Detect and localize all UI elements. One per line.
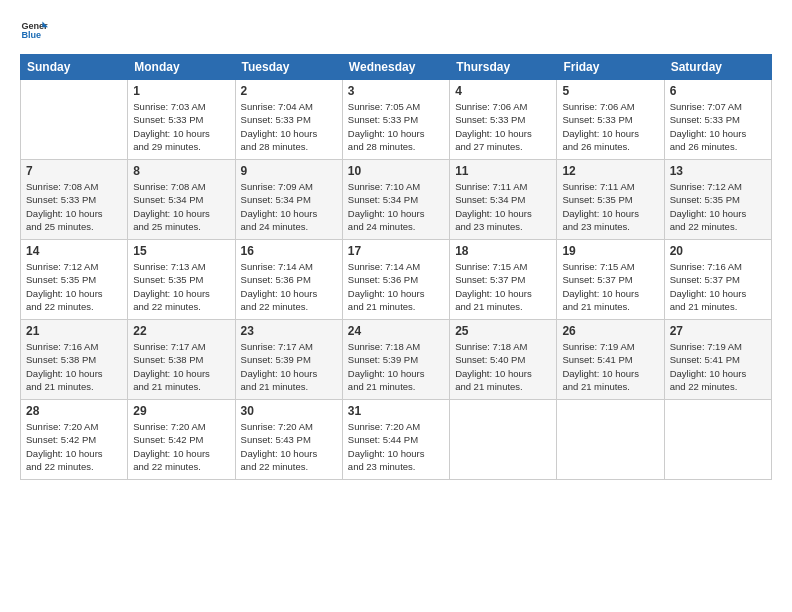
- day-number: 7: [26, 164, 122, 178]
- day-info: Sunrise: 7:16 AM Sunset: 5:37 PM Dayligh…: [670, 260, 766, 313]
- day-info: Sunrise: 7:13 AM Sunset: 5:35 PM Dayligh…: [133, 260, 229, 313]
- day-number: 18: [455, 244, 551, 258]
- day-info: Sunrise: 7:19 AM Sunset: 5:41 PM Dayligh…: [562, 340, 658, 393]
- day-number: 21: [26, 324, 122, 338]
- calendar-cell: [664, 400, 771, 480]
- day-info: Sunrise: 7:18 AM Sunset: 5:39 PM Dayligh…: [348, 340, 444, 393]
- weekday-header-thursday: Thursday: [450, 55, 557, 80]
- week-row-3: 14Sunrise: 7:12 AM Sunset: 5:35 PM Dayli…: [21, 240, 772, 320]
- calendar-cell: 1Sunrise: 7:03 AM Sunset: 5:33 PM Daylig…: [128, 80, 235, 160]
- calendar-cell: 2Sunrise: 7:04 AM Sunset: 5:33 PM Daylig…: [235, 80, 342, 160]
- day-number: 14: [26, 244, 122, 258]
- calendar-cell: 19Sunrise: 7:15 AM Sunset: 5:37 PM Dayli…: [557, 240, 664, 320]
- day-number: 11: [455, 164, 551, 178]
- header: General Blue: [20, 16, 772, 44]
- day-info: Sunrise: 7:12 AM Sunset: 5:35 PM Dayligh…: [26, 260, 122, 313]
- calendar-cell: 7Sunrise: 7:08 AM Sunset: 5:33 PM Daylig…: [21, 160, 128, 240]
- day-number: 23: [241, 324, 337, 338]
- day-number: 10: [348, 164, 444, 178]
- calendar-cell: 12Sunrise: 7:11 AM Sunset: 5:35 PM Dayli…: [557, 160, 664, 240]
- day-info: Sunrise: 7:11 AM Sunset: 5:35 PM Dayligh…: [562, 180, 658, 233]
- day-number: 1: [133, 84, 229, 98]
- calendar-cell: 25Sunrise: 7:18 AM Sunset: 5:40 PM Dayli…: [450, 320, 557, 400]
- day-info: Sunrise: 7:05 AM Sunset: 5:33 PM Dayligh…: [348, 100, 444, 153]
- weekday-header-row: SundayMondayTuesdayWednesdayThursdayFrid…: [21, 55, 772, 80]
- day-info: Sunrise: 7:20 AM Sunset: 5:43 PM Dayligh…: [241, 420, 337, 473]
- day-number: 27: [670, 324, 766, 338]
- calendar-cell: 17Sunrise: 7:14 AM Sunset: 5:36 PM Dayli…: [342, 240, 449, 320]
- day-number: 20: [670, 244, 766, 258]
- day-info: Sunrise: 7:10 AM Sunset: 5:34 PM Dayligh…: [348, 180, 444, 233]
- calendar-cell: 13Sunrise: 7:12 AM Sunset: 5:35 PM Dayli…: [664, 160, 771, 240]
- calendar-cell: 31Sunrise: 7:20 AM Sunset: 5:44 PM Dayli…: [342, 400, 449, 480]
- weekday-header-saturday: Saturday: [664, 55, 771, 80]
- day-number: 31: [348, 404, 444, 418]
- day-number: 29: [133, 404, 229, 418]
- day-number: 6: [670, 84, 766, 98]
- calendar-cell: 15Sunrise: 7:13 AM Sunset: 5:35 PM Dayli…: [128, 240, 235, 320]
- day-number: 3: [348, 84, 444, 98]
- weekday-header-friday: Friday: [557, 55, 664, 80]
- calendar-cell: 21Sunrise: 7:16 AM Sunset: 5:38 PM Dayli…: [21, 320, 128, 400]
- day-number: 26: [562, 324, 658, 338]
- day-info: Sunrise: 7:12 AM Sunset: 5:35 PM Dayligh…: [670, 180, 766, 233]
- logo: General Blue: [20, 16, 50, 44]
- day-info: Sunrise: 7:18 AM Sunset: 5:40 PM Dayligh…: [455, 340, 551, 393]
- calendar-cell: 8Sunrise: 7:08 AM Sunset: 5:34 PM Daylig…: [128, 160, 235, 240]
- day-number: 28: [26, 404, 122, 418]
- calendar-cell: 6Sunrise: 7:07 AM Sunset: 5:33 PM Daylig…: [664, 80, 771, 160]
- day-info: Sunrise: 7:15 AM Sunset: 5:37 PM Dayligh…: [562, 260, 658, 313]
- svg-text:Blue: Blue: [21, 30, 41, 40]
- calendar-cell: [450, 400, 557, 480]
- calendar-cell: 3Sunrise: 7:05 AM Sunset: 5:33 PM Daylig…: [342, 80, 449, 160]
- calendar-cell: 11Sunrise: 7:11 AM Sunset: 5:34 PM Dayli…: [450, 160, 557, 240]
- calendar-cell: [557, 400, 664, 480]
- day-info: Sunrise: 7:06 AM Sunset: 5:33 PM Dayligh…: [562, 100, 658, 153]
- calendar-cell: [21, 80, 128, 160]
- week-row-1: 1Sunrise: 7:03 AM Sunset: 5:33 PM Daylig…: [21, 80, 772, 160]
- calendar-cell: 5Sunrise: 7:06 AM Sunset: 5:33 PM Daylig…: [557, 80, 664, 160]
- day-info: Sunrise: 7:08 AM Sunset: 5:33 PM Dayligh…: [26, 180, 122, 233]
- day-info: Sunrise: 7:03 AM Sunset: 5:33 PM Dayligh…: [133, 100, 229, 153]
- week-row-2: 7Sunrise: 7:08 AM Sunset: 5:33 PM Daylig…: [21, 160, 772, 240]
- day-number: 5: [562, 84, 658, 98]
- day-number: 9: [241, 164, 337, 178]
- day-info: Sunrise: 7:17 AM Sunset: 5:38 PM Dayligh…: [133, 340, 229, 393]
- weekday-header-sunday: Sunday: [21, 55, 128, 80]
- calendar-cell: 30Sunrise: 7:20 AM Sunset: 5:43 PM Dayli…: [235, 400, 342, 480]
- day-info: Sunrise: 7:09 AM Sunset: 5:34 PM Dayligh…: [241, 180, 337, 233]
- calendar-cell: 22Sunrise: 7:17 AM Sunset: 5:38 PM Dayli…: [128, 320, 235, 400]
- day-info: Sunrise: 7:17 AM Sunset: 5:39 PM Dayligh…: [241, 340, 337, 393]
- day-info: Sunrise: 7:19 AM Sunset: 5:41 PM Dayligh…: [670, 340, 766, 393]
- calendar-cell: 9Sunrise: 7:09 AM Sunset: 5:34 PM Daylig…: [235, 160, 342, 240]
- weekday-header-monday: Monday: [128, 55, 235, 80]
- day-number: 4: [455, 84, 551, 98]
- day-info: Sunrise: 7:08 AM Sunset: 5:34 PM Dayligh…: [133, 180, 229, 233]
- weekday-header-wednesday: Wednesday: [342, 55, 449, 80]
- calendar-cell: 29Sunrise: 7:20 AM Sunset: 5:42 PM Dayli…: [128, 400, 235, 480]
- calendar-cell: 24Sunrise: 7:18 AM Sunset: 5:39 PM Dayli…: [342, 320, 449, 400]
- day-number: 13: [670, 164, 766, 178]
- day-info: Sunrise: 7:11 AM Sunset: 5:34 PM Dayligh…: [455, 180, 551, 233]
- day-info: Sunrise: 7:20 AM Sunset: 5:44 PM Dayligh…: [348, 420, 444, 473]
- calendar-cell: 4Sunrise: 7:06 AM Sunset: 5:33 PM Daylig…: [450, 80, 557, 160]
- day-info: Sunrise: 7:14 AM Sunset: 5:36 PM Dayligh…: [348, 260, 444, 313]
- day-info: Sunrise: 7:06 AM Sunset: 5:33 PM Dayligh…: [455, 100, 551, 153]
- calendar-cell: 23Sunrise: 7:17 AM Sunset: 5:39 PM Dayli…: [235, 320, 342, 400]
- day-number: 16: [241, 244, 337, 258]
- day-number: 25: [455, 324, 551, 338]
- day-number: 8: [133, 164, 229, 178]
- calendar-cell: 20Sunrise: 7:16 AM Sunset: 5:37 PM Dayli…: [664, 240, 771, 320]
- calendar-cell: 27Sunrise: 7:19 AM Sunset: 5:41 PM Dayli…: [664, 320, 771, 400]
- week-row-4: 21Sunrise: 7:16 AM Sunset: 5:38 PM Dayli…: [21, 320, 772, 400]
- day-info: Sunrise: 7:15 AM Sunset: 5:37 PM Dayligh…: [455, 260, 551, 313]
- day-info: Sunrise: 7:14 AM Sunset: 5:36 PM Dayligh…: [241, 260, 337, 313]
- week-row-5: 28Sunrise: 7:20 AM Sunset: 5:42 PM Dayli…: [21, 400, 772, 480]
- day-number: 2: [241, 84, 337, 98]
- calendar-cell: 28Sunrise: 7:20 AM Sunset: 5:42 PM Dayli…: [21, 400, 128, 480]
- day-number: 24: [348, 324, 444, 338]
- calendar-table: SundayMondayTuesdayWednesdayThursdayFrid…: [20, 54, 772, 480]
- day-number: 19: [562, 244, 658, 258]
- day-info: Sunrise: 7:16 AM Sunset: 5:38 PM Dayligh…: [26, 340, 122, 393]
- day-number: 15: [133, 244, 229, 258]
